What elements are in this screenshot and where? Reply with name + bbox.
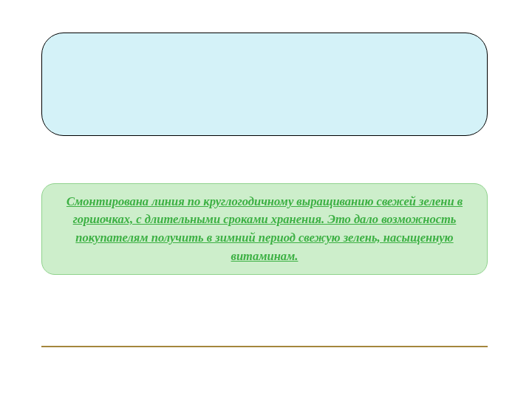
bottom-callout-box: Смонтирована линия по круглогодичному вы…	[41, 183, 488, 275]
bottom-callout-text: Смонтирована линия по круглогодичному вы…	[55, 193, 474, 266]
slide: Смонтирована линия по круглогодичному вы…	[0, 0, 532, 399]
horizontal-rule	[41, 346, 488, 347]
top-callout-box	[41, 33, 488, 136]
